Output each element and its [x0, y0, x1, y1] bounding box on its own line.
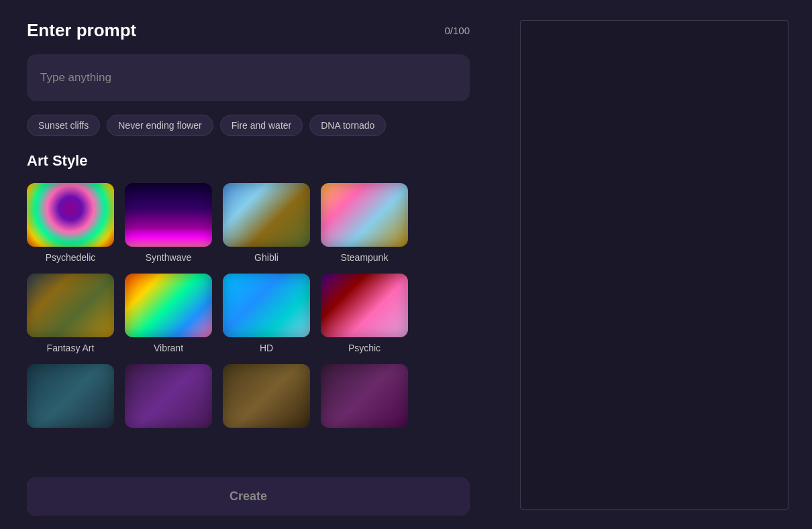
style-item-ghibli[interactable]: Ghibli	[223, 183, 310, 263]
style-item-partial1[interactable]	[27, 364, 114, 428]
style-item-hd[interactable]: HD	[223, 274, 310, 353]
art-styles-grid: Psychedelic Synthwave Ghibli Steampunk F…	[27, 183, 470, 428]
style-item-fantasy-art[interactable]: Fantasy Art	[27, 274, 114, 353]
suggestion-chips: Sunset cliffs Never ending flower Fire a…	[27, 115, 470, 136]
art-styles-container: Psychedelic Synthwave Ghibli Steampunk F…	[27, 183, 470, 445]
style-label-ghibli: Ghibli	[254, 252, 278, 263]
create-button-wrapper: Create	[27, 477, 470, 516]
style-thumb-psychedelic	[27, 183, 114, 247]
style-item-vibrant[interactable]: Vibrant	[125, 274, 212, 353]
char-count: 0/100	[444, 25, 470, 36]
style-item-psychedelic[interactable]: Psychedelic	[27, 183, 114, 263]
left-panel: Enter prompt 0/100 Sunset cliffs Never e…	[0, 0, 497, 529]
chip-fire-and-water[interactable]: Fire and water	[220, 115, 303, 136]
prompt-header: Enter prompt 0/100	[27, 20, 470, 41]
style-thumb-hd	[223, 274, 310, 337]
style-item-steampunk[interactable]: Steampunk	[321, 183, 408, 263]
style-item-partial4[interactable]	[321, 364, 408, 428]
style-item-synthwave[interactable]: Synthwave	[125, 183, 212, 263]
style-label-psychedelic: Psychedelic	[46, 252, 96, 263]
create-button[interactable]: Create	[27, 477, 470, 516]
art-style-title: Art Style	[27, 152, 470, 170]
style-thumb-partial3	[223, 364, 310, 428]
style-item-partial2[interactable]	[125, 364, 212, 428]
style-thumb-ghibli	[223, 183, 310, 247]
output-canvas	[520, 20, 789, 510]
right-panel	[497, 0, 812, 529]
chip-dna-tornado[interactable]: DNA tornado	[309, 115, 386, 136]
style-label-fantasy-art: Fantasy Art	[47, 343, 95, 353]
style-label-vibrant: Vibrant	[154, 343, 183, 353]
style-item-psychic[interactable]: Psychic	[321, 274, 408, 353]
chip-never-ending-flower[interactable]: Never ending flower	[107, 115, 213, 136]
prompt-title: Enter prompt	[27, 20, 136, 41]
style-label-synthwave: Synthwave	[146, 252, 191, 263]
style-thumb-synthwave	[125, 183, 212, 247]
prompt-input[interactable]	[27, 54, 470, 101]
style-thumb-partial1	[27, 364, 114, 428]
style-thumb-partial4	[321, 364, 408, 428]
chip-sunset-cliffs[interactable]: Sunset cliffs	[27, 115, 100, 136]
style-thumb-partial2	[125, 364, 212, 428]
style-thumb-psychic	[321, 274, 408, 337]
style-thumb-steampunk	[321, 183, 408, 247]
style-label-hd: HD	[260, 343, 273, 353]
style-label-psychic: Psychic	[348, 343, 380, 353]
style-thumb-fantasy-art	[27, 274, 114, 337]
style-item-partial3[interactable]	[223, 364, 310, 428]
style-thumb-vibrant	[125, 274, 212, 337]
style-label-steampunk: Steampunk	[341, 252, 389, 263]
